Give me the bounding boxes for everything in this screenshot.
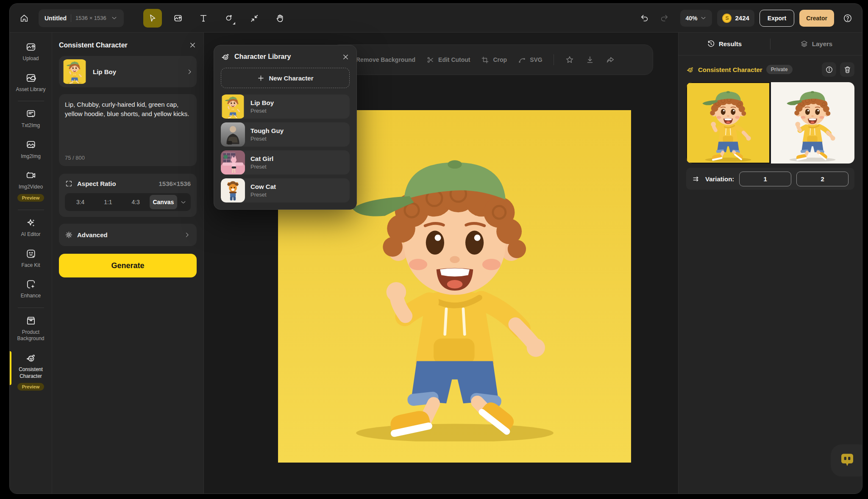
variation-2-button[interactable]: 2 [796,172,849,186]
tough-guy-thumbnail [221,122,245,147]
canvas-area[interactable]: Remove Background Edit Cutout Crop SVG [204,33,678,493]
sidebar-item-img2video[interactable]: Img2Video Preview [10,165,52,207]
modal-title: Character Library [234,53,337,61]
sidebar-item-product-background[interactable]: Product Background [10,310,52,348]
download-icon [585,55,595,64]
ratio-option-1-1[interactable]: 1:1 [94,195,122,209]
zoom-control[interactable]: 40% [680,10,712,27]
brush-tool[interactable] [220,9,238,28]
ratio-dropdown[interactable] [177,199,189,206]
right-panel: Results Layers Consistent Character Priv… [678,33,862,493]
download-button[interactable] [585,55,595,64]
tab-results[interactable]: Results [679,40,770,48]
sidebar-item-consistent-character[interactable]: Consistent Character Preview [10,348,52,396]
text-tool[interactable] [194,9,213,28]
chevron-down-icon [180,199,187,206]
close-icon[interactable] [189,41,197,49]
list-item-cat-girl[interactable]: Cat Girl Preset [221,150,350,175]
lip-boy-thumbnail [221,94,245,119]
share-icon [606,55,615,64]
text-icon [199,14,208,23]
sidebar-item-upload[interactable]: Upload [10,37,52,68]
result-header: Consistent Character Private [686,62,854,77]
sidebar-item-txt2img[interactable]: Txt2Img [10,104,52,135]
share-button[interactable] [606,55,615,64]
sidebar-item-face-kit[interactable]: Face Kit [10,244,52,274]
cow-cat-thumbnail [221,178,245,202]
select-tool[interactable] [143,9,162,28]
variation-arrows-icon [692,175,700,183]
edit-cutout-button[interactable]: Edit Cutout [426,56,470,64]
advanced-settings[interactable]: Advanced [59,224,197,246]
sidebar-item-asset-library[interactable]: Asset Library [10,68,52,99]
creator-button[interactable]: Creator [799,10,834,27]
top-bar: Untitled 1536 × 1536 [10,4,862,33]
favorite-button[interactable] [565,55,574,64]
upload-icon [25,42,36,53]
list-item-cow-cat[interactable]: Cow Cat Preset [221,178,350,202]
ratio-option-4-3[interactable]: 4:3 [122,195,150,209]
app-window: Untitled 1536 × 1536 [9,3,862,494]
chevron-right-icon [184,231,191,238]
aspect-ratio-segmented: 3:4 1:1 4:3 Canvas [65,193,191,211]
list-item-lip-boy[interactable]: Lip Boy Preset [221,94,350,119]
sidebar-item-img2img[interactable]: Img2Img [10,135,52,166]
aspect-ratio-card: Aspect Ratio 1536×1536 3:4 1:1 4:3 Canva… [59,174,197,217]
result-title: Consistent Character [698,66,762,73]
collapse-arrows-icon [250,14,259,23]
character-list: Lip Boy Preset Tough Guy Preset [221,94,350,202]
collapse-tool[interactable] [245,9,264,28]
history-controls [636,10,673,27]
tab-layers[interactable]: Layers [771,40,862,48]
character-counter: 75 / 800 [65,155,85,161]
document-pill[interactable]: Untitled 1536 × 1536 [39,9,124,27]
chevron-down-icon [700,14,707,22]
boy-result-white [777,84,848,162]
divider [554,54,554,65]
ratio-option-3-4[interactable]: 3:4 [67,195,94,209]
redo-button[interactable] [656,10,673,27]
crop-button[interactable]: Crop [481,56,507,64]
divider [71,14,71,22]
boy-result-yellow [693,84,764,162]
support-chat-button[interactable] [831,444,862,477]
export-button[interactable]: Export [760,10,794,27]
svg-button[interactable]: SVG [518,56,542,64]
generate-button[interactable]: Generate [59,254,197,277]
layers-icon [800,40,808,48]
info-button[interactable] [822,62,836,77]
scissors-icon [426,56,434,64]
result-image-2[interactable] [771,82,855,164]
chat-bubble-icon [838,452,856,469]
variation-label: Variation: [705,175,734,183]
list-item-tough-guy[interactable]: Tough Guy Preset [221,122,350,147]
prompt-input[interactable]: Lip, Chubby, curly-haired kid, green cap… [59,94,197,166]
home-icon [19,14,29,23]
hand-tool[interactable] [270,9,289,28]
home-button[interactable] [16,10,33,27]
close-icon[interactable] [342,53,350,61]
undo-button[interactable] [636,10,653,27]
img2video-icon [25,170,36,181]
trash-icon [843,66,851,74]
help-icon [843,14,852,23]
sidebar-item-enhance[interactable]: Enhance [10,274,52,305]
submenu-indicator [233,22,235,25]
insert-image-tool[interactable] [169,9,187,28]
ratio-option-canvas[interactable]: Canvas [150,195,177,209]
variation-1-button[interactable]: 1 [739,172,791,186]
credits-count: 2424 [735,14,749,22]
character-library-modal: Character Library New Character Lip Boy … [214,45,357,210]
help-button[interactable] [839,10,856,27]
tool-group [143,9,289,28]
left-sidebar: Upload Asset Library Txt2Img Img2Img Img… [10,33,52,493]
credits-control[interactable]: S 2424 [717,10,754,27]
divider [18,210,44,210]
new-character-button[interactable]: New Character [221,68,350,88]
sidebar-item-ai-editor[interactable]: AI Editor [10,213,52,244]
cursor-icon [148,14,157,23]
delete-button[interactable] [840,62,854,77]
character-selector[interactable]: Lip Boy [59,56,197,87]
right-panel-tabs: Results Layers [679,33,862,55]
result-image-1[interactable] [686,82,770,164]
